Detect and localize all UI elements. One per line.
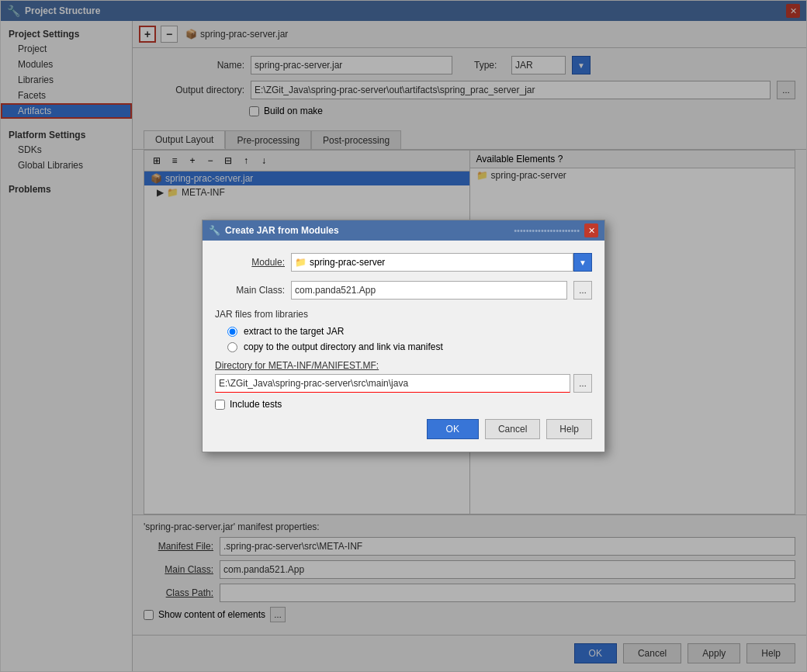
radio-copy[interactable] bbox=[227, 342, 237, 352]
jar-files-label: JAR files from libraries bbox=[215, 309, 592, 320]
module-value: spring-prac-server bbox=[310, 257, 385, 268]
modal-dir-label: Directory for META-INF/MANIFEST.MF: bbox=[215, 360, 592, 371]
modal-buttons: OK Cancel Help bbox=[215, 419, 592, 439]
modal-module-row: Module: 📁 spring-prac-server ▼ bbox=[215, 253, 592, 272]
module-dropdown[interactable]: 📁 spring-prac-server bbox=[291, 253, 573, 272]
modal-dir-input[interactable] bbox=[215, 374, 570, 393]
modal-cancel-button[interactable]: Cancel bbox=[485, 419, 540, 439]
modal-ok-button[interactable]: OK bbox=[427, 419, 479, 439]
modal-include-tests-checkbox[interactable] bbox=[215, 400, 225, 410]
radio-extract-row: extract to the target JAR bbox=[227, 326, 592, 337]
modal-title-bar: 🔧 Create JAR from Modules ••••••••••••••… bbox=[203, 220, 604, 241]
modal-main-class-label: Main Class: bbox=[215, 285, 285, 296]
modal-title-left: 🔧 Create JAR from Modules bbox=[209, 225, 339, 236]
modal-blurred-text: •••••••••••••••••••••• bbox=[514, 226, 580, 235]
radio-extract[interactable] bbox=[227, 327, 237, 337]
modal-include-tests-label: Include tests bbox=[230, 399, 282, 410]
modal-main-class-row: Main Class: … bbox=[215, 281, 592, 300]
modal-title-blurred: •••••••••••••••••••••• ✕ bbox=[514, 223, 598, 237]
module-dropdown-arrow[interactable]: ▼ bbox=[573, 253, 592, 272]
module-folder-icon: 📁 bbox=[295, 257, 307, 268]
create-jar-modal: 🔧 Create JAR from Modules ••••••••••••••… bbox=[202, 220, 605, 452]
modal-help-button[interactable]: Help bbox=[546, 419, 592, 439]
modal-dir-row: … bbox=[215, 374, 592, 393]
radio-copy-row: copy to the output directory and link vi… bbox=[227, 341, 592, 352]
modal-body: Module: 📁 spring-prac-server ▼ Main Clas… bbox=[203, 241, 604, 452]
project-structure-window: 🔧 Project Structure ✕ Project Settings P… bbox=[0, 0, 807, 672]
modal-main-class-browse-btn[interactable]: … bbox=[573, 281, 592, 300]
modal-dir-section: Directory for META-INF/MANIFEST.MF: … bbox=[215, 360, 592, 393]
modal-title: Create JAR from Modules bbox=[225, 225, 339, 236]
modal-overlay: 🔧 Create JAR from Modules ••••••••••••••… bbox=[1, 1, 806, 671]
radio-copy-label: copy to the output directory and link vi… bbox=[244, 341, 443, 352]
modal-include-tests-row: Include tests bbox=[215, 399, 592, 410]
modal-icon: 🔧 bbox=[209, 225, 220, 236]
modal-module-label: Module: bbox=[215, 257, 285, 268]
modal-close-button[interactable]: ✕ bbox=[584, 223, 598, 237]
modal-main-class-input[interactable] bbox=[291, 281, 567, 300]
radio-extract-label: extract to the target JAR bbox=[244, 326, 344, 337]
modal-dir-browse-btn[interactable]: … bbox=[573, 374, 592, 393]
